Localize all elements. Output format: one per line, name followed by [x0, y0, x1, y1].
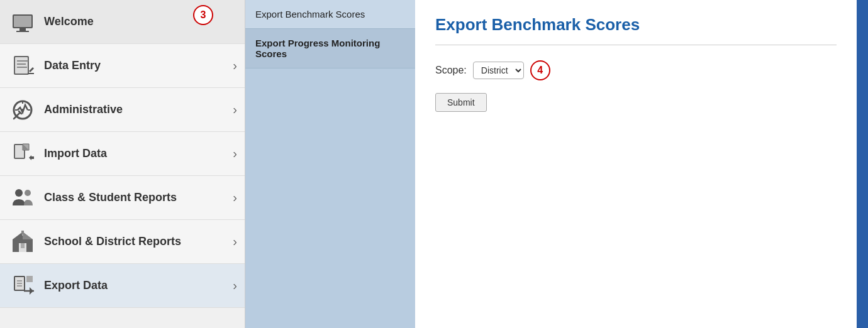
- step-badge-4: 4: [530, 60, 550, 80]
- administrative-icon: [8, 95, 38, 125]
- sidebar-item-import-data[interactable]: Import Data ›: [0, 132, 245, 176]
- export-benchmark-label: Export Benchmark Scores: [255, 9, 365, 19]
- sidebar: Welcome 3 Data Entry ›: [0, 0, 245, 328]
- import-data-icon: [8, 139, 38, 169]
- export-data-icon: [8, 271, 38, 301]
- svg-rect-28: [21, 231, 24, 234]
- sidebar-item-administrative[interactable]: Administrative ›: [0, 88, 245, 132]
- export-progress-label: Export Progress Monitoring Scores: [255, 38, 380, 59]
- title-divider: [435, 45, 837, 45]
- svg-rect-3: [16, 31, 29, 32]
- page-title: Export Benchmark Scores: [435, 15, 837, 35]
- sidebar-class-student-label: Class & Student Reports: [44, 191, 233, 204]
- svg-marker-20: [29, 155, 34, 160]
- sidebar-import-label: Import Data: [44, 147, 233, 160]
- middle-export-progress[interactable]: Export Progress Monitoring Scores: [245, 29, 415, 68]
- main-content: Export Benchmark Scores Scope: District …: [415, 0, 857, 328]
- svg-point-12: [21, 109, 24, 111]
- right-accent-bar: [857, 0, 868, 328]
- svg-marker-36: [30, 287, 33, 295]
- sidebar-item-class-student[interactable]: Class & Student Reports ›: [0, 176, 245, 220]
- data-entry-icon: [8, 51, 38, 81]
- scope-row: Scope: District School Class 4: [435, 60, 837, 80]
- svg-marker-9: [29, 67, 34, 72]
- sidebar-data-entry-label: Data Entry: [44, 59, 233, 72]
- chevron-icon: ›: [233, 234, 237, 249]
- svg-marker-24: [23, 232, 33, 239]
- svg-marker-34: [26, 276, 33, 282]
- sidebar-item-school-district[interactable]: School & District Reports ›: [0, 220, 245, 264]
- class-student-icon: [8, 183, 38, 213]
- scope-select[interactable]: District School Class: [473, 62, 524, 79]
- middle-panel: Export Benchmark Scores Export Progress …: [245, 0, 415, 328]
- svg-rect-2: [19, 28, 26, 31]
- sidebar-item-export-data[interactable]: Export Data ›: [0, 264, 245, 308]
- middle-export-benchmark[interactable]: Export Benchmark Scores: [245, 0, 415, 29]
- welcome-icon: [8, 7, 38, 37]
- sidebar-item-data-entry[interactable]: Data Entry ›: [0, 44, 245, 88]
- sidebar-item-welcome[interactable]: Welcome 3: [0, 0, 245, 44]
- svg-point-22: [25, 190, 31, 196]
- svg-point-21: [15, 189, 23, 197]
- scope-label: Scope:: [435, 65, 467, 76]
- chevron-icon: ›: [233, 58, 237, 73]
- chevron-icon: ›: [233, 278, 237, 293]
- svg-rect-26: [21, 243, 25, 248]
- step-badge-3: 3: [193, 5, 213, 25]
- svg-rect-5: [15, 57, 28, 74]
- submit-button[interactable]: Submit: [435, 93, 487, 112]
- school-district-icon: [8, 227, 38, 257]
- sidebar-admin-label: Administrative: [44, 103, 233, 116]
- sidebar-school-district-label: School & District Reports: [44, 235, 233, 248]
- chevron-icon: ›: [233, 102, 237, 117]
- chevron-icon: ›: [233, 190, 237, 205]
- svg-rect-1: [14, 16, 31, 27]
- sidebar-export-data-label: Export Data: [44, 279, 233, 292]
- chevron-icon: ›: [233, 146, 237, 161]
